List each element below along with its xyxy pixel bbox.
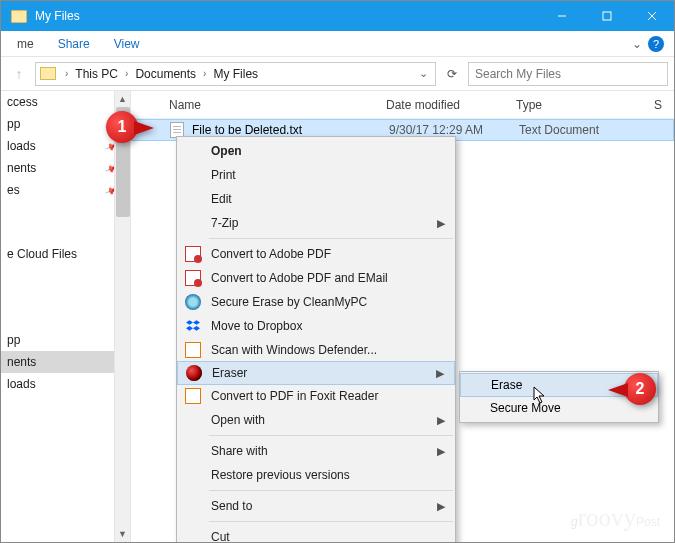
column-date[interactable]: Date modified bbox=[386, 98, 516, 112]
folder-icon bbox=[40, 67, 56, 80]
file-name: File to be Deleted.txt bbox=[192, 123, 389, 137]
context-menu-item[interactable]: Convert to Adobe PDF bbox=[177, 242, 455, 266]
submenu-arrow-icon: ▶ bbox=[437, 414, 445, 427]
submenu-arrow-icon: ▶ bbox=[437, 445, 445, 458]
context-menu-item[interactable]: Cut bbox=[177, 525, 455, 543]
context-menu-item[interactable]: Edit bbox=[177, 187, 455, 211]
foxit-icon bbox=[185, 388, 201, 404]
search-input[interactable]: Search My Files bbox=[468, 62, 668, 86]
context-menu-item[interactable]: Send to▶ bbox=[177, 494, 455, 518]
address-bar: ↑ › This PC › Documents › My Files ⌄ ⟳ S… bbox=[1, 57, 674, 91]
context-menu-item[interactable]: Convert to PDF in Foxit Reader bbox=[177, 384, 455, 408]
breadcrumb-segment[interactable]: Documents bbox=[133, 67, 198, 81]
eraser-icon bbox=[186, 365, 202, 381]
sidebar-item[interactable]: nents📌 bbox=[1, 157, 130, 179]
context-menu-item[interactable]: Share with▶ bbox=[177, 439, 455, 463]
folder-icon bbox=[11, 10, 27, 23]
scroll-up-icon[interactable]: ▲ bbox=[115, 91, 130, 107]
window-titlebar: My Files bbox=[1, 1, 674, 31]
context-menu-item[interactable]: Open bbox=[177, 139, 455, 163]
svg-rect-1 bbox=[603, 12, 611, 20]
chevron-right-icon[interactable]: › bbox=[62, 68, 71, 79]
column-name[interactable]: Name bbox=[131, 98, 386, 112]
context-menu-item[interactable]: Eraser▶ bbox=[177, 361, 455, 385]
chevron-right-icon[interactable]: › bbox=[122, 68, 131, 79]
column-headers[interactable]: Name Date modified Type S bbox=[131, 91, 674, 119]
tab-view[interactable]: View bbox=[102, 37, 152, 51]
watermark: groovyPost bbox=[571, 504, 660, 532]
breadcrumb-segment[interactable]: My Files bbox=[211, 67, 260, 81]
callout-step-2: 2 bbox=[624, 373, 656, 405]
defender-icon bbox=[185, 342, 201, 358]
ribbon-expand-icon[interactable]: ⌄ bbox=[626, 37, 648, 51]
callout-step-1: 1 bbox=[106, 111, 138, 143]
sidebar-item[interactable]: nents bbox=[1, 351, 130, 373]
context-menu-item[interactable]: Restore previous versions bbox=[177, 463, 455, 487]
context-menu-item[interactable]: 7-Zip▶ bbox=[177, 211, 455, 235]
sidebar-item[interactable]: ccess bbox=[1, 91, 130, 113]
breadcrumb[interactable]: › This PC › Documents › My Files ⌄ bbox=[35, 62, 436, 86]
pdf-icon bbox=[185, 270, 201, 286]
breadcrumb-segment[interactable]: This PC bbox=[73, 67, 120, 81]
column-extra[interactable]: S bbox=[654, 98, 674, 112]
context-menu-item[interactable]: Print bbox=[177, 163, 455, 187]
file-date: 9/30/17 12:29 AM bbox=[389, 123, 519, 137]
close-button[interactable] bbox=[629, 1, 674, 31]
context-menu: OpenPrintEdit7-Zip▶Convert to Adobe PDFC… bbox=[176, 136, 456, 543]
maximize-button[interactable] bbox=[584, 1, 629, 31]
sidebar-scrollbar[interactable]: ▲ ▼ bbox=[114, 91, 130, 542]
tab-home[interactable]: me bbox=[5, 37, 46, 51]
context-menu-item[interactable]: Convert to Adobe PDF and EMail bbox=[177, 266, 455, 290]
pdf-icon bbox=[185, 246, 201, 262]
history-dropdown-icon[interactable]: ⌄ bbox=[416, 67, 431, 80]
sidebar-item[interactable] bbox=[1, 307, 130, 329]
submenu-arrow-icon: ▶ bbox=[437, 217, 445, 230]
context-menu-item[interactable]: Move to Dropbox bbox=[177, 314, 455, 338]
ribbon-tabs: me Share View ⌄ ? bbox=[1, 31, 674, 57]
cursor-icon bbox=[533, 386, 549, 406]
nav-up-button[interactable]: ↑ bbox=[7, 62, 31, 86]
chevron-right-icon[interactable]: › bbox=[200, 68, 209, 79]
tab-share[interactable]: Share bbox=[46, 37, 102, 51]
nav-sidebar: ccesspp📌loads📌nents📌es📌e Cloud Filesppne… bbox=[1, 91, 131, 542]
refresh-button[interactable]: ⟳ bbox=[440, 62, 464, 86]
secure-icon bbox=[185, 294, 201, 310]
minimize-button[interactable] bbox=[539, 1, 584, 31]
sidebar-item[interactable]: es📌 bbox=[1, 179, 130, 201]
file-type: Text Document bbox=[519, 123, 599, 137]
dropbox-icon bbox=[185, 318, 201, 334]
scroll-down-icon[interactable]: ▼ bbox=[115, 526, 130, 542]
column-type[interactable]: Type bbox=[516, 98, 654, 112]
sidebar-item[interactable]: e Cloud Files bbox=[1, 243, 130, 265]
context-menu-item[interactable]: Secure Erase by CleanMyPC bbox=[177, 290, 455, 314]
sidebar-item[interactable]: loads bbox=[1, 373, 130, 395]
submenu-arrow-icon: ▶ bbox=[437, 500, 445, 513]
help-icon[interactable]: ? bbox=[648, 36, 664, 52]
submenu-arrow-icon: ▶ bbox=[436, 367, 444, 380]
context-menu-item[interactable]: Open with▶ bbox=[177, 408, 455, 432]
sidebar-item[interactable]: pp bbox=[1, 329, 130, 351]
sidebar-item[interactable] bbox=[1, 275, 130, 297]
context-menu-item[interactable]: Scan with Windows Defender... bbox=[177, 338, 455, 362]
sidebar-item[interactable] bbox=[1, 211, 130, 233]
window-title: My Files bbox=[35, 9, 80, 23]
